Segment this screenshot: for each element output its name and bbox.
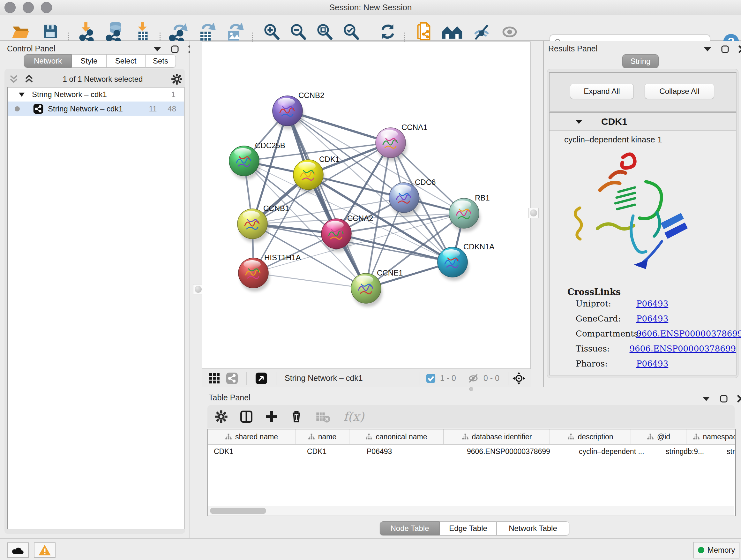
column-header-databaseidentifier[interactable]: database identifier xyxy=(444,429,550,444)
column-header-canonicalname[interactable]: canonical name xyxy=(349,429,444,444)
export-image-button[interactable] xyxy=(223,22,245,41)
tab-edge-table[interactable]: Edge Table xyxy=(440,521,496,536)
results-panel: Results Panel String Expand All Collapse… xyxy=(543,41,741,387)
tab-select[interactable]: Select xyxy=(106,54,145,68)
column-header-namespace[interactable]: namespace xyxy=(686,429,736,444)
show-columns-icon[interactable] xyxy=(239,410,253,424)
table-cell[interactable]: P06493 xyxy=(361,445,461,458)
horizontal-splitter-handle[interactable] xyxy=(468,387,474,391)
zoom-in-button[interactable] xyxy=(261,22,282,41)
tab-string[interactable]: String xyxy=(622,54,659,68)
right-splitter-handle[interactable] xyxy=(529,208,539,218)
detach-view-icon[interactable] xyxy=(255,372,267,384)
panel-float-icon[interactable] xyxy=(171,45,179,53)
table-h-scrollbar[interactable] xyxy=(208,506,734,516)
save-session-button[interactable] xyxy=(40,22,61,40)
delete-column-trash-icon[interactable] xyxy=(290,410,303,423)
network-node[interactable]: CCNA1 xyxy=(376,123,427,158)
panel-close-icon[interactable] xyxy=(737,395,741,402)
network-collection-label: String Network – cdk1 xyxy=(32,90,172,99)
zoom-fit-button[interactable] xyxy=(314,22,335,41)
export-network-button[interactable] xyxy=(167,22,189,41)
crosslink-link[interactable]: 9606.ENSP00000378699 xyxy=(636,329,741,338)
table-cell[interactable]: 9606.ENSP00000378699 xyxy=(461,445,573,458)
hide-graphics-button[interactable] xyxy=(470,23,493,41)
gear-icon[interactable] xyxy=(171,73,183,85)
apply-layout-button[interactable] xyxy=(377,22,398,41)
memory-button[interactable]: Memory xyxy=(693,542,739,558)
hidden-items-eye-slash-icon[interactable] xyxy=(468,374,479,383)
entry-collapse-icon[interactable] xyxy=(575,119,583,125)
selected-nodes-checkbox-icon[interactable] xyxy=(426,374,435,383)
cloud-button[interactable] xyxy=(7,543,29,558)
panel-float-icon[interactable] xyxy=(720,395,728,402)
network-edge[interactable] xyxy=(253,273,366,288)
import-table-button[interactable] xyxy=(132,22,154,41)
network-view-icon[interactable] xyxy=(226,372,238,384)
tab-node-table[interactable]: Node Table xyxy=(380,521,440,536)
protein-structure-image[interactable] xyxy=(562,147,699,281)
network-node[interactable]: HIST1H1A xyxy=(239,253,301,288)
network-node[interactable]: RB1 xyxy=(449,193,490,228)
network-footer-toolbar: String Network – cdk1 1 - 0 0 - 0 xyxy=(202,369,531,388)
crosslink-link[interactable]: P06493 xyxy=(636,299,668,308)
column-header-description[interactable]: description xyxy=(550,429,631,444)
panel-collapse-icon[interactable] xyxy=(153,46,161,52)
network-tree-child-row[interactable]: String Network – cdk1 11 48 xyxy=(8,102,184,116)
network-canvas[interactable]: CCNB2CCNA1CDC25BCDK1CDC6RB1CCNB1CCNA2CDK… xyxy=(202,42,531,369)
document-share-button[interactable] xyxy=(413,22,435,42)
zoom-selected-button[interactable] xyxy=(340,22,361,41)
warning-button[interactable] xyxy=(34,543,56,558)
eye-button[interactable] xyxy=(498,23,521,41)
table-cell[interactable]: cyclin–dependent ... xyxy=(573,445,660,458)
import-network-file-button[interactable] xyxy=(76,22,98,41)
network-node-count: 11 xyxy=(149,105,157,113)
network-tree-root-row[interactable]: String Network – cdk1 1 xyxy=(8,87,184,102)
table-cell[interactable]: CDK1 xyxy=(301,445,361,458)
collapse-all-icon[interactable] xyxy=(8,74,19,84)
column-header-id[interactable]: @id xyxy=(631,429,686,444)
crosslink-link[interactable]: 9606.ENSP00000378699 xyxy=(630,344,736,354)
zoom-selected-icon xyxy=(342,22,360,41)
grid-view-icon[interactable] xyxy=(209,373,220,384)
network-graph[interactable]: CCNB2CCNA1CDC25BCDK1CDC6RB1CCNB1CCNA2CDK… xyxy=(202,42,530,368)
result-entry-header[interactable]: CDK1 xyxy=(549,113,736,131)
title-bar: Session: New Session xyxy=(0,0,741,15)
zoom-out-button[interactable] xyxy=(287,22,309,41)
crosshair-icon[interactable] xyxy=(512,372,526,385)
refresh-arrows-icon xyxy=(379,23,397,41)
tab-sets[interactable]: Sets xyxy=(145,54,176,68)
table-cell[interactable]: CDK1 xyxy=(208,445,301,458)
table-settings-gear-icon[interactable] xyxy=(214,410,228,423)
houses-button[interactable] xyxy=(441,23,463,41)
tree-expand-icon[interactable] xyxy=(18,92,25,97)
crosslink-link[interactable]: P06493 xyxy=(636,359,668,368)
crosslink-label: Pharos: xyxy=(576,359,636,368)
add-column-plus-icon[interactable] xyxy=(265,410,278,423)
column-header-sharedname[interactable]: shared name xyxy=(208,429,295,444)
collapse-all-button[interactable]: Collapse All xyxy=(645,84,714,99)
column-header-name[interactable]: name xyxy=(295,429,349,444)
import-network-database-button[interactable] xyxy=(104,22,126,41)
network-edge[interactable] xyxy=(287,111,391,143)
tab-network-table[interactable]: Network Table xyxy=(496,521,569,536)
node-label: CDKN1A xyxy=(463,242,494,251)
expand-all-button[interactable]: Expand All xyxy=(570,84,634,99)
panel-collapse-icon[interactable] xyxy=(702,396,711,401)
export-table-icon xyxy=(196,21,216,41)
node-label: CCNA2 xyxy=(347,214,373,223)
crosslink-link[interactable]: P06493 xyxy=(636,314,668,323)
open-session-button[interactable] xyxy=(10,22,31,40)
tab-network[interactable]: Network xyxy=(24,54,72,68)
table-cell[interactable]: stringdb xyxy=(721,445,736,458)
panel-float-icon[interactable] xyxy=(721,45,729,53)
table-row[interactable]: CDK1CDK1P064939606.ENSP00000378699cyclin… xyxy=(208,445,735,458)
expand-all-icon[interactable] xyxy=(23,74,35,84)
panel-close-icon[interactable] xyxy=(738,45,741,53)
crosslink-row: Uniprot:P06493 xyxy=(576,299,736,308)
export-table-button[interactable] xyxy=(195,22,217,41)
network-node[interactable]: CDK1 xyxy=(293,155,340,190)
panel-collapse-icon[interactable] xyxy=(703,46,712,52)
tab-style[interactable]: Style xyxy=(72,54,106,68)
table-cell[interactable]: stringdb:9... xyxy=(660,445,721,458)
